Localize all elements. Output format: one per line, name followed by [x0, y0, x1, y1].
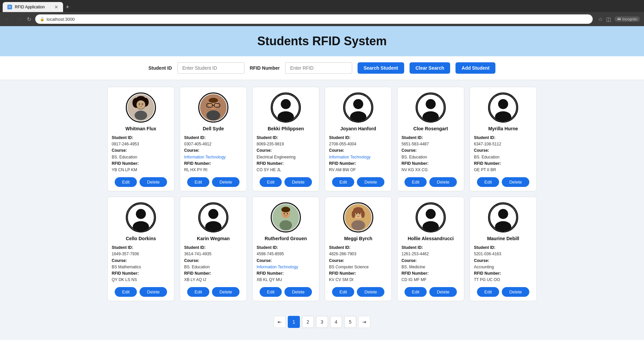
course-value: BS. Education — [474, 155, 499, 159]
card-buttons: Edit Delete — [115, 287, 167, 297]
avatar — [198, 202, 228, 232]
extensions-btn[interactable]: ◫ — [606, 16, 611, 22]
student-name: Maurine Debill — [487, 236, 519, 241]
course-value: Information Technology — [184, 155, 226, 159]
delete-button[interactable]: Delete — [357, 287, 384, 297]
new-tab-btn[interactable]: + — [63, 4, 72, 11]
delete-button[interactable]: Delete — [284, 177, 312, 187]
avatar — [343, 202, 373, 232]
pagination-page-2[interactable]: 2 — [302, 316, 314, 328]
address-bar[interactable]: 🔒 localhost:3000 — [35, 14, 593, 24]
edit-button[interactable]: Edit — [477, 177, 499, 187]
incognito-label: Incognito — [622, 17, 637, 21]
course-value: Information Technology — [257, 265, 298, 269]
forward-btn[interactable]: → — [15, 15, 23, 23]
course-value: BS Computer Science — [329, 265, 369, 269]
student-id-label: Student ID: — [112, 245, 133, 250]
reload-btn[interactable]: ↻ — [25, 15, 33, 24]
edit-button[interactable]: Edit — [332, 287, 354, 297]
svg-point-45 — [352, 211, 355, 218]
delete-button[interactable]: Delete — [284, 287, 312, 297]
student-card: Dell Syde Student ID: 0307-405-4912 Cour… — [180, 87, 247, 191]
address-url: localhost:3000 — [47, 17, 75, 22]
edit-button[interactable]: Edit — [405, 287, 427, 297]
rfid-value: XB LY AQ IJ — [184, 277, 206, 282]
pagination-page-3[interactable]: 3 — [316, 316, 328, 328]
rfid-value: YB CN LP KM — [112, 167, 137, 172]
student-id-label: Student ID: — [257, 135, 278, 140]
course-value: Accounting — [474, 265, 494, 269]
add-student-button[interactable]: Add Student — [455, 62, 495, 74]
edit-button[interactable]: Edit — [187, 177, 209, 187]
edit-button[interactable]: Edit — [477, 287, 499, 297]
student-name: Rutherford Grouen — [265, 236, 307, 241]
course-value: BS. Education — [401, 155, 427, 159]
rfid-label: RFID Number: — [112, 161, 139, 166]
student-id-label: Student ID — [149, 65, 172, 71]
delete-button[interactable]: Delete — [140, 287, 167, 297]
card-buttons: Edit Delete — [332, 177, 384, 187]
student-id-value: 1261-253-4462 — [401, 252, 429, 256]
student-info: Student ID: 6347-108-5112 Course: BS. Ed… — [474, 135, 532, 173]
pagination-page-1[interactable]: 1 — [288, 316, 300, 328]
clear-search-button[interactable]: Clear Search — [410, 62, 450, 74]
student-card: Whitman Flux Student ID: 0817-246-4953 C… — [107, 87, 174, 191]
rfid-value: CO SY HE JL — [257, 167, 281, 172]
avatar — [343, 92, 373, 123]
nav-right-controls: ☆ ◫ 🕶 Incognito — [598, 16, 640, 22]
delete-button[interactable]: Delete — [502, 177, 529, 187]
edit-button[interactable]: Edit — [260, 177, 282, 187]
student-card: Karin Wegman Student ID: 3614-741-4935 C… — [180, 197, 247, 301]
edit-button[interactable]: Edit — [115, 177, 137, 187]
edit-button[interactable]: Edit — [260, 287, 282, 297]
student-id-label: Student ID: — [401, 245, 423, 250]
edit-button[interactable]: Edit — [187, 287, 209, 297]
rfid-label: RFID Number: — [257, 271, 284, 276]
pagination-page-5[interactable]: 5 — [344, 316, 356, 328]
svg-point-8 — [142, 104, 143, 105]
edit-button[interactable]: Edit — [332, 177, 354, 187]
page-title: Students RFID System — [0, 34, 644, 48]
delete-button[interactable]: Delete — [502, 287, 529, 297]
svg-point-40 — [287, 213, 288, 214]
search-student-button[interactable]: Search Student — [358, 62, 404, 74]
address-lock-icon: 🔒 — [40, 17, 45, 21]
student-id-label: Student ID: — [112, 135, 133, 140]
course-label: Course: — [329, 148, 344, 153]
svg-point-18 — [281, 99, 291, 109]
student-id-label: Student ID: — [329, 135, 351, 140]
student-id-value: 6347-108-5112 — [474, 142, 501, 146]
student-id-input[interactable] — [177, 62, 245, 74]
bookmark-btn[interactable]: ☆ — [598, 16, 603, 22]
rfid-label: RFID Number: — [401, 161, 429, 166]
rfid-value: QY DK LS NS — [112, 277, 137, 282]
course-label: Course: — [329, 258, 344, 263]
pagination-next-btn[interactable]: ⇥ — [358, 316, 370, 328]
tab-favicon: R — [7, 5, 12, 9]
delete-button[interactable]: Delete — [212, 287, 239, 297]
pagination-page-4[interactable]: 4 — [330, 316, 342, 328]
student-card: Joyann Hanford Student ID: 2708-055-4004… — [325, 87, 392, 191]
pagination-first-btn[interactable]: ⇤ — [274, 316, 286, 328]
svg-point-11 — [206, 110, 220, 120]
delete-button[interactable]: Delete — [429, 177, 457, 187]
course-label: Course: — [112, 148, 127, 153]
delete-button[interactable]: Delete — [429, 287, 457, 297]
back-btn[interactable]: ← — [4, 15, 12, 23]
active-tab[interactable]: R RFID Application ✕ — [3, 2, 63, 12]
card-buttons: Edit Delete — [405, 177, 457, 187]
student-id-label: Student ID: — [474, 245, 495, 250]
rfid-value: GE PT II BR — [474, 167, 496, 172]
tab-close-btn[interactable]: ✕ — [54, 4, 58, 10]
delete-button[interactable]: Delete — [140, 177, 167, 187]
student-info: Student ID: 1649-357-7936 Course: BS Mat… — [112, 245, 170, 283]
student-id-value: 5201-036-4163 — [474, 252, 501, 256]
svg-point-46 — [361, 211, 365, 218]
rfid-input[interactable] — [285, 62, 352, 74]
delete-button[interactable]: Delete — [357, 177, 384, 187]
svg-point-16 — [209, 98, 218, 103]
edit-button[interactable]: Edit — [115, 287, 137, 297]
edit-button[interactable]: Edit — [405, 177, 427, 187]
delete-button[interactable]: Delete — [212, 177, 239, 187]
student-name: Meggi Byrch — [344, 236, 372, 241]
